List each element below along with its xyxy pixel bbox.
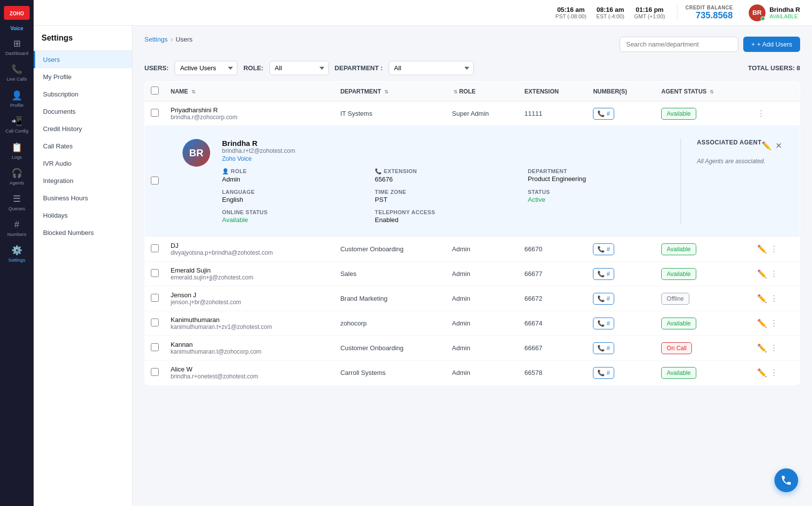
numbers-button[interactable]: 📞 # (593, 108, 614, 120)
sidebar-item-settings[interactable]: ⚙️ Settings (0, 241, 34, 267)
field-tele-label: TELEPHONY ACCESS (375, 209, 516, 215)
nav-item-subscription[interactable]: Subscription (34, 86, 132, 103)
sidebar-item-queues[interactable]: ☰ Queues (0, 189, 34, 215)
dept-filter-select[interactable]: All IT Systems Customer Onboarding Sales… (389, 61, 474, 75)
numbers-button[interactable]: 📞 # (593, 268, 614, 280)
more-options-icon[interactable]: ⋮ (757, 109, 765, 118)
td-extension: 66677 (519, 262, 587, 286)
time-gmt: 01:16 pm GMT (+1:00) (634, 6, 665, 19)
sort-name-icon: ⇅ (191, 89, 195, 94)
sort-role-icon: ⇅ (453, 89, 457, 94)
close-icon[interactable]: ✕ (775, 141, 782, 150)
edit-icon[interactable]: ✏️ (757, 319, 767, 328)
more-options-icon[interactable]: ⋮ (770, 269, 778, 278)
edit-icon[interactable]: ✏️ (762, 141, 771, 150)
field-ext-value: 65676 (375, 176, 516, 183)
edit-icon[interactable]: ✏️ (757, 294, 767, 303)
nav-item-my-profile[interactable]: My Profile (34, 68, 132, 86)
nav-item-integration[interactable]: Integration (34, 172, 132, 189)
table-row: Emerald Sujin emerald.sujin+jj@zohotest.… (145, 262, 800, 286)
more-options-icon[interactable]: ⋮ (770, 368, 778, 377)
row-checkbox[interactable] (151, 368, 159, 376)
user-menu[interactable]: BR Brindha R AVAILABLE (745, 2, 804, 23)
time-est: 08:16 am EST (-4:00) (596, 6, 625, 19)
numbers-button[interactable]: 📞 # (593, 243, 614, 255)
td-status: On Call (655, 336, 751, 361)
th-checkbox (145, 82, 165, 101)
td-role: Admin (446, 286, 518, 311)
sidebar-item-live-calls[interactable]: 📞 Live Calls (0, 60, 34, 86)
zoho-voice-link[interactable]: Zoho Voice (222, 155, 669, 162)
td-extension: 66670 (519, 237, 587, 262)
edit-icon[interactable]: ✏️ (757, 269, 767, 278)
nav-item-business-hours[interactable]: Business Hours (34, 189, 132, 207)
user-email: brindha.r@zohocorp.com (171, 114, 328, 121)
numbers-button[interactable]: 📞 # (593, 367, 614, 379)
sidebar-item-label: Settings (8, 257, 25, 263)
sidebar-item-numbers[interactable]: # Numbers (0, 216, 34, 241)
row-checkbox[interactable] (151, 294, 159, 302)
numbers-button[interactable]: 📞 # (593, 293, 614, 305)
td-name: Priyadharshini R brindha.r@zohocorp.com (165, 101, 334, 126)
row-checkbox[interactable] (151, 319, 159, 326)
edit-icon[interactable]: ✏️ (757, 244, 767, 254)
row-checkbox[interactable] (151, 343, 159, 351)
select-all-checkbox[interactable] (151, 87, 159, 94)
plus-icon: + (751, 41, 755, 48)
th-department[interactable]: DEPARTMENT ⇅ (334, 82, 446, 101)
numbers-button[interactable]: 📞 # (593, 342, 614, 354)
field-tz-value: PST (375, 196, 516, 203)
more-options-icon[interactable]: ⋮ (770, 343, 778, 353)
numbers-button[interactable]: 📞 # (593, 318, 614, 329)
row-checkbox[interactable] (151, 244, 159, 252)
row-checkbox[interactable] (151, 177, 159, 184)
td-role: Super Admin (446, 101, 518, 126)
dept-filter-label: DEPARTMENT : (335, 64, 383, 72)
td-numbers: 📞 # (587, 262, 655, 286)
edit-icon[interactable]: ✏️ (757, 368, 767, 377)
field-ext-label: 📞 EXTENSION (375, 168, 516, 175)
breadcrumb-parent[interactable]: Settings (144, 36, 168, 43)
sidebar-item-agents[interactable]: 🎧 Agents (0, 164, 34, 189)
more-options-icon[interactable]: ⋮ (770, 294, 778, 303)
td-name: Kannan kanimuthumaran.t@zohocorp.com (165, 336, 334, 361)
th-agent-status[interactable]: AGENT STATUS ⇅ (655, 82, 751, 101)
td-status: Available (655, 311, 751, 336)
nav-item-documents[interactable]: Documents (34, 103, 132, 120)
td-department: Customer Onboarding (334, 336, 446, 361)
nav-item-ivr-audio[interactable]: IVR Audio (34, 155, 132, 172)
settings-nav: Settings Users My Profile Subscription D… (34, 26, 133, 506)
sidebar-item-logs[interactable]: 📋 Logs (0, 138, 34, 164)
sidebar-item-dashboard[interactable]: ⊞ Dashboard (0, 34, 34, 60)
users-filter-select[interactable]: Active Users Inactive Users All Users (175, 61, 237, 75)
call-fab[interactable] (774, 468, 798, 492)
user-info: Brindha R AVAILABLE (769, 6, 800, 19)
row-actions: ✏️ ⋮ (757, 244, 794, 254)
sidebar-item-call-config[interactable]: 📲 Call Config (0, 112, 34, 138)
field-language: LANGUAGE English (222, 189, 363, 203)
user-email: brindha.r+onetest@zohotest.com (171, 373, 328, 380)
th-role[interactable]: ⇅ ROLE (446, 82, 518, 101)
td-checkbox (145, 126, 165, 237)
td-checkbox (145, 311, 165, 336)
nav-item-holidays[interactable]: Holidays (34, 207, 132, 224)
td-department: Carroll Systems (334, 361, 446, 385)
more-options-icon[interactable]: ⋮ (770, 244, 778, 254)
sidebar-item-my-profile[interactable]: 👤 Profile (0, 86, 34, 112)
search-input[interactable] (620, 37, 738, 52)
more-options-icon[interactable]: ⋮ (770, 319, 778, 328)
edit-icon[interactable]: ✏️ (757, 343, 767, 353)
nav-item-credit-history[interactable]: Credit History (34, 120, 132, 138)
td-role: Admin (446, 361, 518, 385)
nav-item-call-rates[interactable]: Call Rates (34, 138, 132, 155)
role-filter-select[interactable]: All Admin Super Admin Agent (270, 61, 329, 75)
nav-item-users[interactable]: Users (34, 51, 132, 68)
td-department: IT Systems (334, 101, 446, 126)
row-checkbox[interactable] (151, 269, 159, 277)
nav-item-blocked-numbers[interactable]: Blocked Numbers (34, 224, 132, 241)
th-name[interactable]: NAME ⇅ (165, 82, 334, 101)
table-header-row: NAME ⇅ DEPARTMENT ⇅ ⇅ ROLE EXTENSION NUM… (145, 82, 800, 101)
add-users-button[interactable]: + + Add Users (743, 37, 800, 52)
total-users-count: TOTAL USERS: 8 (748, 64, 800, 72)
row-checkbox[interactable] (151, 109, 159, 117)
